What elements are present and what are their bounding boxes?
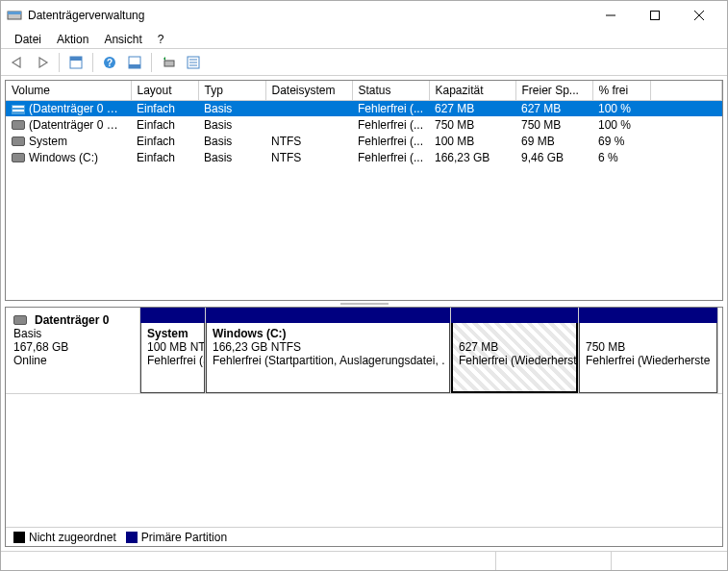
back-button[interactable]: [7, 52, 28, 73]
disk-partitions: System100 MB NTFSFehlerfrei (SysteWindow…: [140, 308, 722, 393]
app-icon: [7, 8, 22, 23]
menu-file[interactable]: Datei: [7, 33, 49, 46]
legend-primary: Primäre Partition: [141, 531, 227, 544]
settings-list-icon[interactable]: [183, 52, 204, 73]
help-icon[interactable]: ?: [99, 52, 120, 73]
svg-rect-1: [8, 12, 21, 14]
partition[interactable]: 750 MBFehlerfrei (Wiederherste: [579, 308, 718, 393]
status-bar: [1, 551, 727, 570]
legend-unalloc: Nicht zugeordnet: [29, 531, 116, 544]
column-headers[interactable]: Volume Layout Typ Dateisystem Status Kap…: [6, 81, 722, 100]
col-status[interactable]: Status: [352, 81, 429, 100]
toolbar: ?: [1, 49, 727, 76]
col-pct[interactable]: % frei: [592, 81, 650, 100]
menu-help[interactable]: ?: [150, 33, 172, 46]
disk-size: 167,68 GB: [13, 340, 132, 354]
partition[interactable]: System100 MB NTFSFehlerfrei (Syste: [140, 308, 206, 393]
legend-primary-swatch: [126, 532, 138, 543]
maximize-button[interactable]: [633, 1, 677, 30]
volume-row[interactable]: Windows (C:)EinfachBasisNTFSFehlerfrei (…: [6, 149, 722, 165]
col-layout[interactable]: Layout: [131, 81, 198, 100]
svg-text:?: ?: [107, 58, 113, 68]
disk-map: Datenträger 0 Basis 167,68 GB Online Sys…: [5, 307, 723, 547]
legend: Nicht zugeordnet Primäre Partition: [6, 527, 722, 546]
volume-row[interactable]: (Datenträger 0 Par...EinfachBasisFehlerf…: [6, 100, 722, 116]
content-area: Volume Layout Typ Dateisystem Status Kap…: [1, 76, 727, 551]
refresh-icon[interactable]: [158, 52, 179, 73]
volume-icon: [12, 137, 25, 146]
svg-rect-7: [70, 57, 82, 61]
disk-kind: Basis: [13, 327, 132, 340]
partition[interactable]: Windows (C:)166,23 GB NTFSFehlerfrei (St…: [206, 308, 451, 393]
view-top-icon[interactable]: [65, 52, 87, 73]
col-fs[interactable]: Dateisystem: [265, 81, 352, 100]
col-capacity[interactable]: Kapazität: [429, 81, 515, 100]
volume-row[interactable]: (Datenträger 0 Par...EinfachBasisFehlerf…: [6, 116, 722, 133]
volume-icon: [12, 105, 25, 114]
col-volume[interactable]: Volume: [6, 81, 131, 100]
svg-rect-11: [129, 64, 140, 68]
legend-unalloc-swatch: [13, 532, 25, 543]
svg-rect-12: [164, 61, 174, 66]
titlebar: Datenträgerverwaltung: [1, 1, 727, 30]
volume-icon: [12, 153, 25, 162]
minimize-button[interactable]: [589, 1, 633, 30]
disk-label[interactable]: Datenträger 0 Basis 167,68 GB Online: [6, 308, 140, 393]
disk-name: Datenträger 0: [35, 313, 109, 327]
col-free[interactable]: Freier Sp...: [515, 81, 592, 100]
menu-view[interactable]: Ansicht: [96, 33, 149, 46]
forward-button[interactable]: [32, 52, 53, 73]
col-type[interactable]: Typ: [198, 81, 265, 100]
volume-row[interactable]: SystemEinfachBasisNTFSFehlerfrei (...100…: [6, 133, 722, 149]
partition[interactable]: 627 MBFehlerfrei (Wiederherst: [451, 308, 579, 393]
window-title: Datenträgerverwaltung: [28, 9, 589, 22]
volume-icon: [12, 120, 25, 130]
view-bottom-icon[interactable]: [124, 52, 145, 73]
disk-icon: [13, 315, 27, 325]
menu-action[interactable]: Aktion: [49, 33, 96, 46]
svg-rect-3: [651, 12, 660, 20]
disk-state: Online: [13, 354, 132, 367]
disk-row: Datenträger 0 Basis 167,68 GB Online Sys…: [6, 308, 722, 394]
window-controls: [589, 1, 721, 30]
menu-bar: Datei Aktion Ansicht ?: [1, 30, 727, 49]
volume-list[interactable]: Volume Layout Typ Dateisystem Status Kap…: [5, 80, 723, 301]
close-button[interactable]: [677, 1, 721, 30]
